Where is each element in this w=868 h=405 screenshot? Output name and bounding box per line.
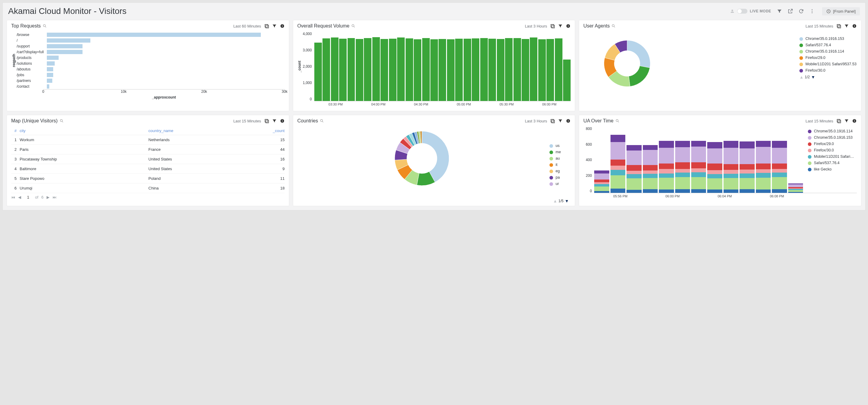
page-last-icon[interactable]: ⏭ <box>53 195 57 199</box>
live-mode-toggle[interactable] <box>737 9 747 13</box>
legend-item[interactable]: us <box>550 144 567 148</box>
drilldown-icon[interactable] <box>550 24 555 28</box>
col-country[interactable]: country_name <box>148 128 267 133</box>
page-first-icon[interactable]: ⏮ <box>11 195 15 199</box>
stacked-bar[interactable] <box>626 136 641 193</box>
more-icon[interactable] <box>809 8 815 14</box>
legend-item[interactable]: ur <box>550 182 567 186</box>
bar[interactable] <box>505 38 513 101</box>
bar-segment[interactable] <box>772 148 787 163</box>
bar[interactable] <box>380 39 388 101</box>
bar-segment[interactable] <box>707 178 722 189</box>
stacked-bar[interactable] <box>659 134 674 193</box>
bar[interactable] <box>47 79 52 83</box>
page-current-input[interactable] <box>24 195 32 199</box>
bar[interactable] <box>47 56 59 60</box>
filter-icon[interactable] <box>558 119 563 123</box>
bar[interactable] <box>438 39 446 101</box>
table-row[interactable]: 6UrumqiChina18 <box>11 183 285 193</box>
bar-segment[interactable] <box>740 169 754 174</box>
bar[interactable] <box>514 38 521 101</box>
legend-item[interactable]: Safari/537.76.4 <box>799 43 857 48</box>
bar-segment[interactable] <box>723 170 738 174</box>
stacked-bar[interactable] <box>643 136 658 193</box>
table-row[interactable]: 3Piscataway TownshipUnited States16 <box>11 154 285 164</box>
bar[interactable] <box>464 39 471 101</box>
bar-segment[interactable] <box>756 173 771 178</box>
drilldown-icon[interactable] <box>264 24 269 28</box>
bar[interactable] <box>47 61 55 66</box>
bar-segment[interactable] <box>594 186 609 191</box>
bar[interactable] <box>47 33 261 37</box>
donut-slice[interactable] <box>627 40 650 68</box>
bar[interactable] <box>364 38 371 101</box>
bar[interactable] <box>497 39 504 101</box>
stacked-bar[interactable] <box>611 131 625 193</box>
legend-item[interactable]: it <box>550 163 567 167</box>
legend-item[interactable]: Chrome/35.0.1916.114 <box>799 49 857 54</box>
table-row[interactable]: 2ParisFrance44 <box>11 145 285 154</box>
bar-segment[interactable] <box>772 141 787 148</box>
bar-segment[interactable] <box>643 165 658 170</box>
legend-prev-icon[interactable]: ▲ <box>799 75 804 80</box>
legend-item[interactable]: Mobile/11D201 Safari… <box>808 154 859 159</box>
bar-segment[interactable] <box>659 163 674 169</box>
drilldown-icon[interactable] <box>836 24 841 28</box>
bar-segment[interactable] <box>643 174 658 178</box>
bar[interactable] <box>488 39 496 101</box>
magnify-icon[interactable] <box>60 119 64 123</box>
legend-item[interactable]: Firefox/30.0 <box>808 148 859 153</box>
bar-segment[interactable] <box>756 189 771 193</box>
page-next-icon[interactable]: ▶ <box>46 195 50 199</box>
stacked-bar[interactable] <box>756 134 771 193</box>
bar-segment[interactable] <box>675 162 690 169</box>
bar-segment[interactable] <box>723 174 738 178</box>
bar-segment[interactable] <box>659 148 674 163</box>
bar-segment[interactable] <box>772 169 787 173</box>
magnify-icon[interactable] <box>615 119 620 123</box>
bar-segment[interactable] <box>643 189 658 193</box>
bar-segment[interactable] <box>740 178 754 189</box>
bar-segment[interactable] <box>594 184 609 186</box>
bar-segment[interactable] <box>756 147 771 163</box>
info-icon[interactable]: i <box>566 24 570 28</box>
bar-segment[interactable] <box>756 163 771 169</box>
bar-segment[interactable] <box>772 177 787 189</box>
col-count[interactable]: _count <box>267 128 285 133</box>
bar-segment[interactable] <box>675 173 690 177</box>
bar-segment[interactable] <box>740 164 754 169</box>
bar-segment[interactable] <box>707 148 722 163</box>
bar-segment[interactable] <box>723 189 738 193</box>
bar-segment[interactable] <box>675 189 690 193</box>
bar-segment[interactable] <box>611 189 625 193</box>
legend-item[interactable]: au <box>550 156 567 161</box>
bar[interactable] <box>447 39 455 101</box>
info-icon[interactable]: i <box>566 119 570 123</box>
bar[interactable] <box>47 38 90 42</box>
bar-segment[interactable] <box>707 174 722 178</box>
refresh-icon[interactable] <box>799 8 804 14</box>
bar[interactable] <box>422 38 430 101</box>
bar-segment[interactable] <box>594 191 609 193</box>
bar-segment[interactable] <box>594 180 609 182</box>
bar[interactable] <box>547 39 554 101</box>
stacked-bar[interactable] <box>707 135 722 193</box>
bar-segment[interactable] <box>626 178 641 189</box>
bar-segment[interactable] <box>594 170 609 174</box>
bar-segment[interactable] <box>707 170 722 174</box>
bar[interactable] <box>331 37 339 101</box>
drilldown-icon[interactable] <box>836 119 841 123</box>
bar[interactable] <box>522 39 529 101</box>
bar[interactable] <box>47 50 83 54</box>
donut-slice[interactable] <box>629 66 650 87</box>
info-icon[interactable]: i <box>852 24 857 28</box>
bar-segment[interactable] <box>740 189 754 193</box>
table-row[interactable]: 1WorkumNetherlands15 <box>11 135 285 145</box>
bar-segment[interactable] <box>723 148 738 164</box>
bar-segment[interactable] <box>626 151 641 165</box>
legend-item[interactable]: pa <box>550 175 567 180</box>
bar[interactable] <box>563 60 570 101</box>
drilldown-icon[interactable] <box>550 119 555 123</box>
filter-icon[interactable] <box>777 8 782 14</box>
bar-segment[interactable] <box>643 145 658 150</box>
